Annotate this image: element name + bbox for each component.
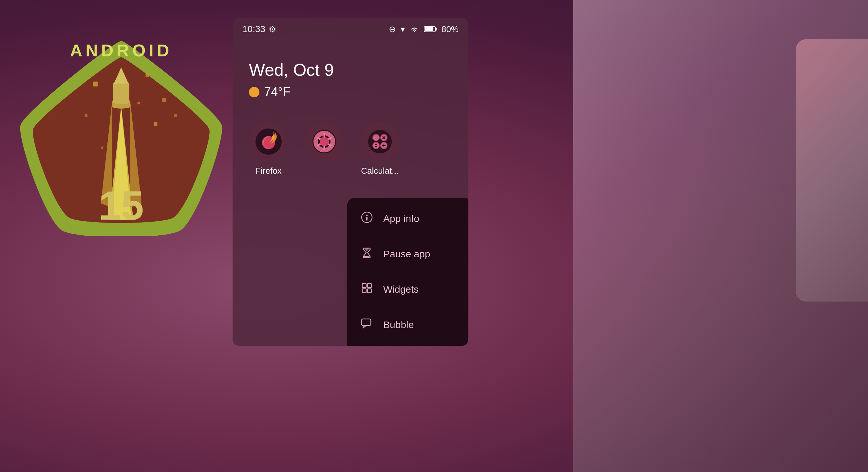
time-display: 10:33 [242, 24, 265, 34]
svg-point-30 [373, 142, 379, 149]
phone-right-decorative [796, 39, 868, 301]
app-item-firefox[interactable]: Firefox [249, 122, 288, 176]
context-menu-item-app-info[interactable]: App info [347, 201, 468, 236]
firefox-app-icon [254, 127, 283, 156]
firefox-icon-circle[interactable] [249, 122, 288, 161]
wifi-signal-icon [409, 26, 419, 33]
bubble-label: Bubble [383, 319, 414, 330]
bubble-icon [360, 318, 373, 332]
svg-rect-6 [137, 102, 140, 104]
svg-rect-42 [362, 284, 366, 288]
app-item-chrome[interactable] [305, 122, 344, 166]
svg-point-39 [366, 215, 368, 216]
context-menu-item-bubble[interactable]: Bubble [347, 307, 468, 343]
firefox-label: Firefox [255, 166, 281, 176]
app-item-calculator[interactable]: Calculat... [360, 122, 400, 176]
svg-rect-44 [362, 289, 366, 293]
svg-rect-40 [366, 217, 368, 220]
date-display: Wed, Oct 9 [249, 60, 452, 80]
svg-rect-43 [368, 284, 371, 288]
calculator-icon-circle[interactable] [360, 122, 400, 161]
svg-rect-45 [368, 289, 371, 293]
widgets-icon [360, 282, 373, 297]
svg-rect-5 [101, 147, 103, 149]
svg-rect-2 [162, 98, 166, 101]
context-menu-item-widgets[interactable]: Widgets [347, 272, 468, 307]
status-bar-right: ⊖ ▾ 80% [389, 24, 459, 34]
svg-rect-0 [93, 82, 98, 87]
svg-point-26 [320, 137, 329, 146]
widgets-label: Widgets [383, 284, 418, 295]
context-menu-item-pause-app[interactable]: Pause app [347, 236, 468, 272]
battery-icon [424, 26, 437, 33]
svg-rect-21 [425, 27, 433, 31]
battery-percentage: 80% [441, 24, 459, 34]
date-section: Wed, Oct 9 74°F [232, 40, 468, 112]
calculator-app-icon [367, 128, 393, 155]
dnd-icon: ⊖ [389, 24, 396, 34]
svg-rect-1 [146, 73, 149, 77]
svg-text:15: 15 [99, 183, 144, 228]
svg-rect-4 [154, 122, 157, 126]
pause-icon [360, 247, 373, 261]
pause-app-label: Pause app [383, 248, 430, 260]
sun-icon [249, 87, 259, 97]
app-info-label: App info [383, 213, 419, 224]
status-bar-left: 10:33 ⚙ [242, 24, 276, 34]
app-icons-row: Firefox [232, 112, 468, 186]
svg-point-27 [368, 130, 392, 153]
context-menu: App info Pause app [347, 198, 468, 346]
android-badge: ANDROID 15 [20, 33, 223, 236]
svg-rect-13 [113, 82, 129, 104]
svg-rect-3 [85, 114, 88, 117]
wifi-icon: ▾ [401, 24, 405, 34]
chrome-app-icon [311, 128, 337, 155]
svg-point-28 [373, 135, 379, 141]
temperature-display: 74°F [264, 85, 290, 99]
settings-icon: ⚙ [269, 24, 276, 34]
svg-rect-46 [362, 319, 371, 325]
status-bar: 10:33 ⚙ ⊖ ▾ 80% [232, 18, 468, 40]
phone-screen: 10:33 ⚙ ⊖ ▾ 80% Wed, Oct 9 74°F [232, 18, 468, 346]
svg-rect-7 [174, 114, 177, 117]
chrome-icon-circle[interactable] [305, 122, 344, 161]
weather-row: 74°F [249, 85, 452, 99]
info-icon [360, 211, 373, 226]
svg-text:ANDROID: ANDROID [70, 41, 172, 60]
svg-rect-20 [435, 28, 437, 30]
calculator-label: Calculat... [361, 166, 399, 176]
